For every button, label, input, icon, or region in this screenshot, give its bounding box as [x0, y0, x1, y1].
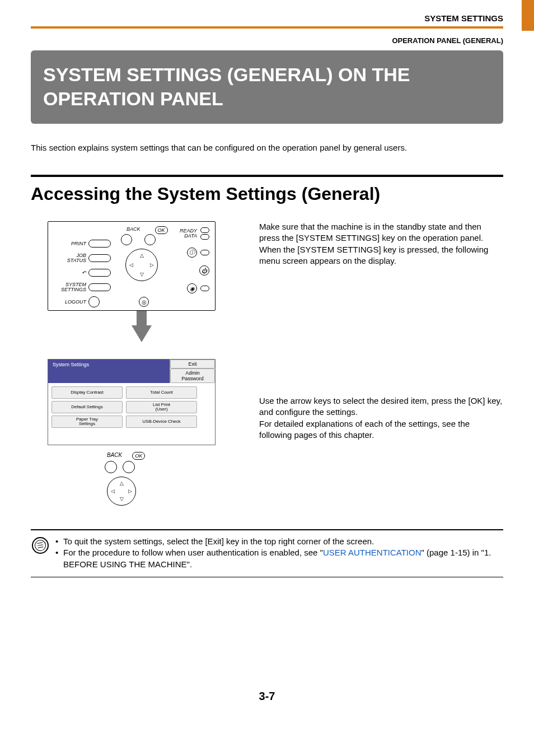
panel-jobstatus-label: JOB STATUS — [55, 253, 86, 263]
panel-data-led — [200, 234, 209, 240]
page-title: SYSTEM SETTINGS (GENERAL) ON THE OPERATI… — [31, 50, 503, 124]
panel-systemsettings-button[interactable] — [88, 283, 111, 291]
section-heading: Accessing the System Settings (General) — [31, 184, 503, 204]
panel-ok-label: OK — [155, 226, 168, 234]
nav-small-illustration: BACK OK △▽◁▷ — [104, 452, 232, 507]
panel-led — [200, 250, 209, 255]
panel-logout-label: LOGOUT — [55, 300, 86, 305]
lcd-screen-illustration: System Settings Exit Admin Password Disp… — [48, 359, 216, 445]
h2-rule — [31, 175, 503, 177]
lcd-item-total-count[interactable]: Total Count — [126, 386, 197, 399]
panel-systemsettings-label: SYSTEM SETTINGS — [55, 282, 86, 292]
operation-panel-illustration: BACK OK △ ▽ ◁ ▷ — [48, 221, 216, 311]
lcd-admin-password-button[interactable]: Admin Password — [170, 368, 215, 383]
panel-led2 — [200, 286, 209, 291]
panel-logout-button[interactable] — [88, 296, 100, 307]
panel-return-button[interactable] — [88, 269, 111, 277]
lcd-title: System Settings — [48, 360, 170, 383]
panel-back-label: BACK — [127, 226, 140, 234]
panel-return-icon: ↶ — [55, 270, 86, 276]
note-bullet-1: To quit the system settings, select the … — [63, 536, 374, 547]
header-rule — [31, 26, 503, 29]
header-title: SYSTEM SETTINGS — [31, 0, 503, 23]
panel-print-button[interactable] — [88, 240, 111, 248]
panel-power-button[interactable]: ⏻ — [199, 265, 209, 276]
panel-data-label: DATA — [180, 234, 197, 239]
user-authentication-link[interactable]: USER AUTHENTICATION — [323, 548, 421, 557]
paragraph-1: Make sure that the machine is in the sta… — [259, 221, 503, 267]
section-tab — [522, 0, 534, 31]
lcd-item-display-contrast[interactable]: Display Contrast — [51, 386, 123, 399]
intro-paragraph: This section explains system settings th… — [31, 143, 503, 152]
header-subtitle: OPERATION PANEL (GENERAL) — [31, 36, 503, 45]
lcd-exit-button[interactable]: Exit — [170, 360, 215, 368]
panel-info-button[interactable]: ⓘ — [187, 248, 197, 258]
notes-block: •To quit the system settings, select the… — [31, 529, 503, 577]
panel-start-button[interactable]: ◉ — [187, 283, 197, 293]
lcd-item-default-settings[interactable]: Default Settings — [51, 401, 123, 413]
flow-arrow-down-icon — [132, 325, 152, 342]
nav-ok-label: OK — [132, 452, 145, 460]
panel-stop-button[interactable]: ◎ — [139, 297, 149, 307]
nav-back-label: BACK — [107, 452, 122, 460]
note-bullet-2: For the procedure to follow when user au… — [63, 547, 503, 570]
panel-jobstatus-button[interactable] — [88, 254, 111, 262]
nav-ok-button[interactable] — [123, 461, 135, 473]
nav-back-button[interactable] — [105, 461, 117, 473]
paragraph-2: Use the arrow keys to select the desired… — [259, 395, 503, 441]
lcd-item-paper-tray[interactable]: Paper Tray Settings — [51, 416, 123, 428]
page-number: 3-7 — [0, 690, 534, 703]
lcd-item-list-print[interactable]: List Print (User) — [126, 401, 197, 413]
nav-dpad[interactable]: △▽◁▷ — [107, 477, 136, 506]
note-icon — [32, 537, 49, 554]
panel-print-label: PRINT — [55, 241, 86, 246]
lcd-item-usb-device-check[interactable]: USB-Device Check — [126, 416, 197, 428]
panel-ready-led — [200, 227, 209, 233]
